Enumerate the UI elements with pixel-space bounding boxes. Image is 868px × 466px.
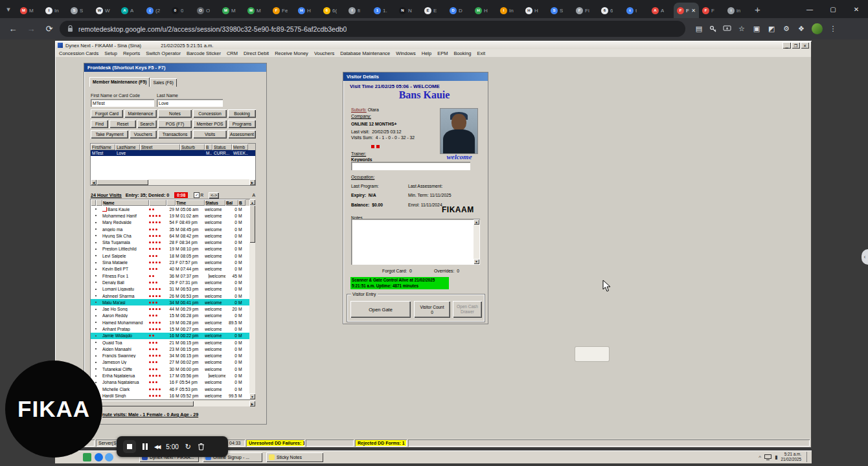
- window-maximize-button[interactable]: ▢: [821, 0, 845, 18]
- visits-row[interactable]: Francis Swanney34M 06:15 pmwelcome0M: [91, 353, 249, 359]
- visits-row[interactable]: Tutanekai Cliffe30M 06:00 pmwelcome0M: [91, 366, 249, 372]
- button-reset[interactable]: Reset: [109, 120, 136, 128]
- browser-tab[interactable]: ffi: [345, 3, 371, 18]
- browser-tab[interactable]: MM: [17, 3, 42, 18]
- button-booking[interactable]: Booking: [228, 109, 256, 118]
- quick-launch-icon-2[interactable]: [95, 453, 103, 461]
- menu-windows[interactable]: Windows: [396, 50, 415, 56]
- visits-vertical-scrollbar[interactable]: ▲ ▼: [249, 199, 255, 399]
- first-name-input[interactable]: MTest: [91, 99, 154, 107]
- notes-scroll-down-icon[interactable]: ▼: [474, 259, 479, 264]
- grid-header-b[interactable]: B: [205, 144, 212, 150]
- visits-row[interactable]: angelo ma35M 08:45 pmwelcome0M: [91, 226, 249, 232]
- menu-switch-operator[interactable]: Switch Operator: [146, 50, 181, 56]
- tray-chevron-icon[interactable]: ^: [759, 454, 761, 460]
- reload-button[interactable]: ⟳: [41, 24, 57, 34]
- browser-tab[interactable]: FFi: [573, 3, 598, 18]
- visits-header-name[interactable]: Name: [102, 199, 149, 206]
- visits-row[interactable]: Jameson Uy27M 06:02 pmwelcome0M: [91, 359, 249, 366]
- browser-tab[interactable]: 00: [168, 3, 194, 18]
- button-notes[interactable]: Notes: [158, 109, 192, 118]
- side-panel-icon[interactable]: ▤: [694, 25, 703, 33]
- member-grid-scrollbar[interactable]: ◀▶: [91, 179, 255, 185]
- restart-button[interactable]: ↻: [185, 443, 191, 451]
- visits-row[interactable]: Mohammed Hanif19M 01:02 amwelcome0M: [91, 212, 249, 219]
- grid-header-memb[interactable]: Memb: [232, 144, 248, 150]
- app-minimize-button[interactable]: ▁: [782, 42, 791, 49]
- browser-tab[interactable]: IIn: [497, 3, 522, 18]
- browser-tab[interactable]: IIn: [42, 3, 67, 18]
- settings-gear-icon[interactable]: ⚙: [782, 25, 791, 33]
- extension-a-icon[interactable]: ▣: [752, 25, 761, 33]
- menu-reports[interactable]: Reports: [123, 50, 140, 56]
- grid-header-lastname[interactable]: LastName: [115, 144, 140, 150]
- visits-header-status[interactable]: Status: [205, 199, 225, 206]
- browser-tab[interactable]: DD: [446, 3, 472, 18]
- button-find[interactable]: Find: [91, 120, 108, 128]
- forward-button[interactable]: →: [23, 24, 39, 34]
- tab-sales[interactable]: Sales (F6): [150, 78, 176, 87]
- scroll-right-icon[interactable]: ▶: [249, 401, 255, 406]
- menu-booking[interactable]: Booking: [453, 50, 471, 56]
- window-close-button[interactable]: ✕: [845, 0, 868, 18]
- show-desktop-button[interactable]: [806, 452, 809, 462]
- visits-row[interactable]: Sita Tugamala28F 08:34 pmwelcome0M: [91, 239, 249, 245]
- menu-crm[interactable]: CRM: [227, 50, 238, 56]
- menu-exit[interactable]: Exit: [477, 50, 486, 56]
- visits-row[interactable]: Mary Redvalde54F 08:49 pmwelcome0M: [91, 219, 249, 226]
- visits-header-time[interactable]: Time: [176, 199, 205, 206]
- browser-tab[interactable]: AA: [118, 3, 143, 18]
- tray-display-icon[interactable]: [764, 454, 771, 460]
- button-pos-f7[interactable]: POS (F7): [158, 120, 192, 128]
- member-results-grid[interactable]: FirstNameLastNameStreetSuburbBStatusMemb…: [91, 144, 255, 185]
- browser-tab[interactable]: FFe: [269, 3, 295, 18]
- menu-database-maintenance[interactable]: Database Maintenance: [340, 50, 390, 56]
- visits-row[interactable]: Arihant Pratap15M 06:27 pmwelcome0M: [91, 326, 249, 332]
- visits-row[interactable]: Hamed Mohammand19M 06:28 pmwelcome89.5M: [91, 319, 249, 326]
- button-concession[interactable]: Concession: [193, 109, 227, 118]
- browser-tab[interactable]: SS: [67, 3, 93, 18]
- menu-receive-money[interactable]: Receive Money: [275, 50, 308, 56]
- button-maintenance[interactable]: Maintenance: [124, 109, 157, 118]
- app-maximize-button[interactable]: ❐: [792, 42, 800, 49]
- visits-row[interactable]: Johana Ngataierua16F 05:54 pmwelcome0M: [91, 379, 249, 386]
- tab-close-icon[interactable]: ✕: [691, 8, 696, 14]
- visits-row[interactable]: Levi Saipele18M 08:05 pmwelcome0M: [91, 252, 249, 259]
- tab-member-maintenance[interactable]: Member Maintenance (F5): [89, 77, 150, 87]
- visits-horizontal-scrollbar[interactable]: ◀ ▶: [91, 401, 255, 406]
- visitor-details-titlebar[interactable]: Visitor Details: [343, 72, 488, 81]
- bookmark-star-icon[interactable]: ☆: [737, 25, 746, 33]
- last-name-input[interactable]: Love: [157, 99, 223, 107]
- app-close-button[interactable]: ✕: [801, 42, 809, 49]
- visits-row[interactable]: Quaid Toa21M 06:15 pmwelcome0M: [91, 339, 249, 346]
- browser-tab[interactable]: 11.: [371, 3, 396, 18]
- back-button[interactable]: ←: [5, 24, 21, 34]
- extension-b-icon[interactable]: ◩: [767, 25, 776, 33]
- visits-row[interactable]: Bans Kauie29M 05:06 amwelcome0M: [91, 206, 249, 212]
- visits-row[interactable]: Fitness Fox 136M 07:37 pmwelcome45M: [91, 272, 249, 279]
- browser-tab[interactable]: NN: [396, 3, 421, 18]
- visits-row[interactable]: Jae Ho Song44M 06:29 pmwelcome20M: [91, 305, 249, 312]
- quick-launch-icon-1[interactable]: [83, 453, 91, 461]
- button-search[interactable]: Search: [137, 120, 157, 128]
- frontdesk-titlebar[interactable]: Frontdesk (Shortcut Keys F5 - F7): [84, 63, 266, 72]
- browser-menu-icon[interactable]: ⋮: [828, 25, 838, 33]
- visits-row[interactable]: Preston Littlechild19M 08:10 pmwelcome0M: [91, 246, 249, 252]
- visits-header-b[interactable]: B: [238, 199, 246, 206]
- grid-header-street[interactable]: Street: [140, 144, 180, 150]
- new-tab-button[interactable]: +: [755, 5, 760, 14]
- profile-avatar[interactable]: [812, 23, 823, 34]
- button-assessment[interactable]: Assessment: [228, 130, 256, 139]
- extensions-puzzle-icon[interactable]: ❖: [797, 25, 806, 33]
- rewind-button[interactable]: ◀◀: [154, 444, 159, 450]
- tab-search-icon[interactable]: ▾: [0, 0, 17, 18]
- app-titlebar[interactable]: Dynex Next - FIKAAM - Sina (Sina) 21/02/…: [56, 41, 811, 49]
- hscrollbar-thumb[interactable]: [97, 401, 194, 406]
- browser-tab[interactable]: WW: [93, 3, 118, 18]
- notes-scroll-up-icon[interactable]: ▲: [474, 219, 479, 225]
- button-member-pos[interactable]: Member POS: [193, 120, 227, 128]
- grid-header-status[interactable]: Status: [212, 144, 232, 150]
- open-cash-drawer-button[interactable]: Open Cash Drawer: [453, 301, 482, 318]
- visits-row[interactable]: Ashneel Sharma26M 06:53 pmwelcome0M: [91, 293, 249, 299]
- button-forgot-card[interactable]: Forgot Card: [91, 109, 123, 118]
